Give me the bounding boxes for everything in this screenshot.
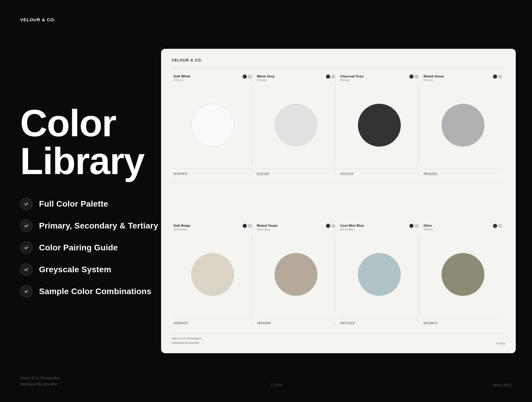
toggle-light-5 [331,224,335,228]
toggle-icon-2 [409,74,419,79]
title-line2: Library [20,142,160,180]
footer-left-line2: Developed By BrandKit [20,381,60,387]
color-swatch-2 [340,86,419,165]
color-name-block-6: Cool Mist Blue Secondary [340,224,364,231]
feature-item-sample-combinations: Sample Color Combinations [20,285,160,298]
toggle-light-2 [414,74,419,79]
toggle-dark-1 [326,74,330,79]
color-item-7: Olive Tertiary #8C8B75 [422,224,505,330]
color-item-5: Muted Taupe Secondary #B5A99B [255,224,338,330]
toggle-dark-5 [326,224,330,228]
color-divider-0 [173,169,252,169]
color-type-1: Primary [257,78,275,82]
toggle-icon-7 [493,224,502,228]
toggle-icon-3 [493,74,502,79]
check-circle-primary-secondary [20,220,33,232]
footer-left-line1: Velour & Co Presentation [20,375,60,381]
color-name-block-3: Muted Stone Primary [424,74,444,82]
color-hex-7: #8C8B75 [424,321,502,325]
color-type-2: Primary [340,78,364,82]
color-divider-2 [340,169,419,169]
color-name-6: Cool Mist Blue [340,224,364,227]
color-hex-4: #D9D4C5 [173,321,252,325]
svg-point-4 [24,289,29,294]
color-divider-1 [257,169,335,169]
color-divider-7 [424,318,502,318]
color-circle-7 [442,253,484,296]
colors-grid: Soft White Primary #F9F9F9 Warm Grey Pri… [172,74,505,330]
card-brand: VELOUR & CO. [172,58,505,62]
feature-item-color-pairing: Color Pairing Guide [20,241,160,254]
color-hex-5: #B5A99B [257,321,335,325]
svg-point-3 [24,267,29,272]
color-type-7: Tertiary [424,228,433,231]
color-type-4: Secondary [173,228,190,231]
toggle-dark-4 [243,224,247,228]
color-divider-3 [424,169,502,169]
color-swatch-6 [340,235,419,314]
toggle-dark-7 [493,224,497,228]
color-item-3: Muted Stone Primary #B1B1B1 [422,74,505,180]
toggle-dark-2 [409,74,413,79]
color-hex-3: #B1B1B1 [424,172,502,176]
feature-list: Full Color Palette Primary, Secondary & … [20,198,160,298]
card-footer-line1: Velour & Co Presentation [172,336,202,341]
svg-point-0 [24,202,29,207]
color-name-4: Soft Beige [173,224,190,227]
color-circle-3 [442,104,484,147]
color-item-4: Soft Beige Secondary #D9D4C5 [172,224,255,330]
toggle-icon-5 [326,224,335,228]
toggle-dark-6 [409,224,413,228]
color-circle-5 [275,253,317,296]
color-name-block-4: Soft Beige Secondary [173,224,190,231]
toggle-icon-0 [243,74,252,79]
color-type-6: Secondary [340,228,364,231]
color-hex-2: #333333 [340,172,419,176]
color-name-block-2: Charcoal Grey Primary [340,74,364,82]
color-hex-6: #AFC3C6 [340,321,419,325]
color-name-block-7: Olive Tertiary [424,224,433,231]
color-type-0: Primary [173,78,190,82]
feature-item-primary-secondary: Primary, Secondary & Tertiary [20,220,160,232]
color-name-block-1: Warm Grey Primary [257,74,275,82]
color-name-3: Muted Stone [424,74,444,78]
color-item-0: Soft White Primary #F9F9F9 [172,74,255,180]
footer-center: © 2024 [271,383,282,387]
card-footer: Velour & Co Presentation Developed By Br… [172,333,505,345]
color-name-block-0: Soft White Primary [173,74,190,82]
feature-label-sample-combinations: Sample Color Combinations [39,287,151,296]
footer-brand-left: Velour & Co Presentation Developed By Br… [20,375,60,387]
color-item-6: Cool Mist Blue Secondary #AFC3C6 [338,224,422,330]
main-title: Color Library [20,104,160,180]
svg-point-1 [24,223,29,228]
card-footer-line2: Developed By BrandKit [172,341,202,345]
color-name-7: Olive [424,224,433,227]
page-footer: Velour & Co Presentation Developed By Br… [20,375,512,387]
color-swatch-3 [424,86,502,165]
toggle-icon-4 [243,224,252,228]
toggle-light-0 [248,74,252,79]
feature-label-greyscale: Greyscale System [39,265,111,274]
color-circle-6 [358,253,401,296]
feature-item-full-palette: Full Color Palette [20,198,160,210]
check-circle-full-palette [20,198,33,210]
feature-label-full-palette: Full Color Palette [39,199,108,209]
card-footer-right: © 2024 [497,342,505,345]
toggle-icon-1 [326,74,335,79]
toggle-dark-0 [243,74,247,79]
color-hex-0: #F9F9F9 [173,172,252,176]
toggle-light-7 [498,224,502,228]
svg-point-2 [24,245,29,250]
color-type-5: Secondary [257,228,278,231]
footer-brand-right: Velour @Co [493,383,512,387]
color-name-5: Muted Taupe [257,224,278,227]
color-divider-5 [257,318,335,318]
color-swatch-4 [173,235,252,314]
color-item-1: Warm Grey Primary E1E1DF [255,74,338,180]
left-panel: Color Library Full Color Palette Primary… [0,0,160,402]
color-circle-1 [275,104,317,147]
card-top-divider [172,68,505,68]
color-circle-2 [358,104,401,147]
toggle-light-1 [331,74,335,79]
color-item-2: Charcoal Grey Primary #333333 [338,74,422,180]
